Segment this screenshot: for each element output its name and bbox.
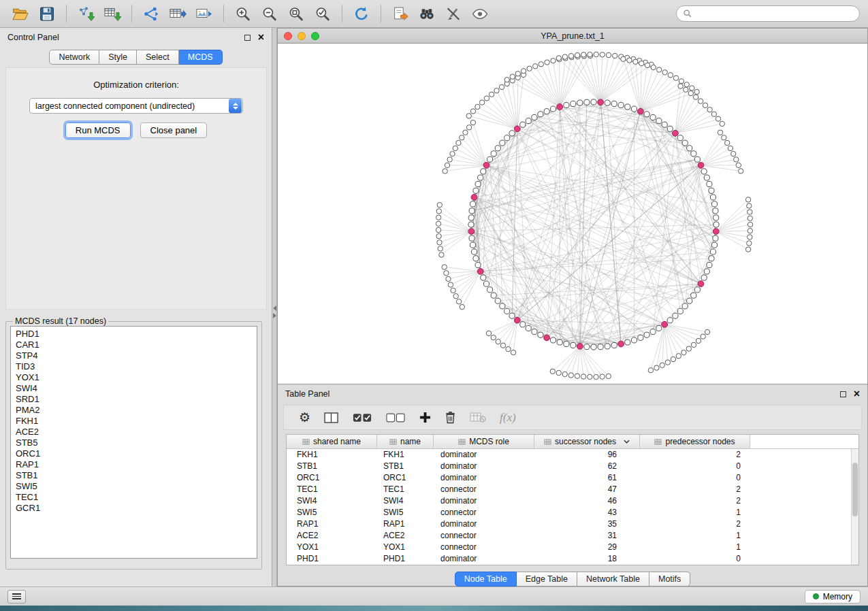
mcds-result-item[interactable]: CAR1 <box>11 340 257 350</box>
cell-predecessor-nodes[interactable]: 0 <box>640 553 750 565</box>
mcds-result-list[interactable]: PHD1CAR1STP4TID3YOX1SWI4SRD1PMA2FKH1ACE2… <box>10 326 257 559</box>
cell-name[interactable]: STB1 <box>377 461 434 472</box>
table-row[interactable]: SWI5SWI5connector431 <box>287 507 858 518</box>
table-row[interactable]: TEC1TEC1connector472 <box>287 484 858 495</box>
memory-button[interactable]: Memory <box>805 590 861 604</box>
tab-select[interactable]: Select <box>137 50 179 65</box>
table-row[interactable]: SWI4SWI4dominator462 <box>287 495 858 507</box>
cell-shared-name[interactable]: TEC1 <box>287 484 377 495</box>
sort-chevron-icon[interactable] <box>624 440 630 444</box>
cell-successor-nodes[interactable]: 29 <box>534 542 640 553</box>
add-column-button[interactable] <box>419 412 431 423</box>
cell-name[interactable]: TEC1 <box>377 484 434 495</box>
cell-predecessor-nodes[interactable]: 2 <box>640 449 750 461</box>
zoom-in-button[interactable] <box>231 3 255 24</box>
cell-name[interactable]: SWI5 <box>377 507 434 518</box>
cell-predecessor-nodes[interactable]: 2 <box>640 518 750 530</box>
share-document-button[interactable] <box>388 3 413 24</box>
table-row[interactable]: PHD1PHD1dominator180 <box>287 553 858 565</box>
find-button[interactable] <box>415 3 439 24</box>
optimization-criterion-select[interactable]: largest connected component (undirected) <box>29 98 243 114</box>
cell-predecessor-nodes[interactable]: 1 <box>640 507 750 518</box>
cell-mcds-role[interactable]: dominator <box>434 518 534 530</box>
refresh-view-button[interactable] <box>349 3 374 24</box>
table-row[interactable]: RAP1RAP1dominator352 <box>287 518 858 530</box>
cell-successor-nodes[interactable]: 62 <box>534 461 640 472</box>
column-header-shared-name[interactable]: shared name <box>287 435 377 448</box>
cell-shared-name[interactable]: PHD1 <box>287 553 377 565</box>
zoom-fit-button[interactable] <box>284 3 308 24</box>
mcds-result-item[interactable]: STB5 <box>11 437 257 448</box>
cell-shared-name[interactable]: FKH1 <box>287 449 377 461</box>
status-menu-button[interactable] <box>7 590 26 604</box>
close-table-panel-icon[interactable]: × <box>854 390 860 398</box>
delete-column-button[interactable] <box>445 411 456 424</box>
mcds-result-item[interactable]: STB1 <box>11 470 257 481</box>
cell-mcds-role[interactable]: dominator <box>434 553 534 565</box>
cell-shared-name[interactable]: STB1 <box>287 461 377 472</box>
cell-shared-name[interactable]: YOX1 <box>287 542 377 553</box>
mcds-result-item[interactable]: PMA2 <box>11 405 257 416</box>
cell-mcds-role[interactable]: connector <box>434 530 534 542</box>
mcds-result-item[interactable]: RAP1 <box>11 459 257 470</box>
deselect-all-button[interactable] <box>386 412 406 423</box>
column-header-predecessor-nodes[interactable]: predecessor nodes <box>640 435 750 448</box>
cell-successor-nodes[interactable]: 31 <box>534 530 640 542</box>
cell-shared-name[interactable]: RAP1 <box>287 518 377 530</box>
mcds-result-item[interactable]: SRD1 <box>11 394 257 405</box>
mcds-result-item[interactable]: YOX1 <box>11 372 257 383</box>
cell-successor-nodes[interactable]: 61 <box>534 472 640 484</box>
mcds-result-item[interactable]: PHD1 <box>11 329 257 340</box>
close-panel-icon[interactable]: × <box>258 33 264 42</box>
cell-mcds-role[interactable]: dominator <box>434 472 534 484</box>
float-panel-icon[interactable] <box>244 35 251 41</box>
cell-predecessor-nodes[interactable]: 0 <box>640 472 750 484</box>
cell-predecessor-nodes[interactable]: 1 <box>640 542 750 553</box>
table-row[interactable]: FKH1FKH1dominator962 <box>287 449 858 461</box>
save-session-button[interactable] <box>35 3 59 24</box>
export-image-button[interactable] <box>192 3 216 24</box>
mcds-result-item[interactable]: FKH1 <box>11 416 257 427</box>
cell-predecessor-nodes[interactable]: 1 <box>640 530 750 542</box>
window-maximize-button[interactable] <box>311 32 319 40</box>
select-all-button[interactable] <box>353 412 372 423</box>
cell-successor-nodes[interactable]: 35 <box>534 518 640 530</box>
tab-network[interactable]: Network <box>49 50 99 65</box>
mcds-result-item[interactable]: SWI5 <box>11 481 257 492</box>
import-network-button[interactable] <box>74 3 98 24</box>
scrollbar-thumb[interactable] <box>852 463 858 516</box>
cell-shared-name[interactable]: SWI4 <box>287 495 377 507</box>
zoom-out-button[interactable] <box>257 3 282 24</box>
cell-shared-name[interactable]: ORC1 <box>287 472 377 484</box>
cell-predecessor-nodes[interactable]: 2 <box>640 484 750 495</box>
tab-motifs[interactable]: Motifs <box>649 572 690 587</box>
cell-successor-nodes[interactable]: 96 <box>534 449 640 461</box>
splitter-collapse-arrows[interactable] <box>272 303 277 320</box>
mcds-result-item[interactable]: ORC1 <box>11 448 257 459</box>
export-network-button[interactable] <box>139 3 163 24</box>
export-table-button[interactable] <box>165 3 190 24</box>
table-row[interactable]: ACE2ACE2connector311 <box>287 530 858 542</box>
cell-mcds-role[interactable]: dominator <box>434 495 534 507</box>
table-scrollbar[interactable] <box>851 449 858 565</box>
cell-successor-nodes[interactable]: 18 <box>534 553 640 565</box>
mcds-result-item[interactable]: ACE2 <box>11 427 257 437</box>
float-table-panel-icon[interactable] <box>840 391 846 397</box>
search-input[interactable] <box>696 9 853 18</box>
tab-network-table[interactable]: Network Table <box>577 572 649 587</box>
show-hide-panel-button[interactable] <box>468 3 492 24</box>
cell-name[interactable]: ACE2 <box>377 530 434 542</box>
cell-name[interactable]: ORC1 <box>377 472 434 484</box>
cell-name[interactable]: SWI4 <box>377 495 434 507</box>
network-graph[interactable] <box>278 44 867 384</box>
cell-mcds-role[interactable]: dominator <box>434 449 534 461</box>
cell-shared-name[interactable]: SWI5 <box>287 507 377 518</box>
tab-mcds[interactable]: MCDS <box>179 50 223 65</box>
cell-mcds-role[interactable]: connector <box>434 507 534 518</box>
hide-graphics-details-button[interactable] <box>441 3 466 24</box>
column-header-successor-nodes[interactable]: successor nodes <box>534 435 640 448</box>
cell-successor-nodes[interactable]: 43 <box>534 507 640 518</box>
cell-name[interactable]: RAP1 <box>377 518 434 530</box>
cell-mcds-role[interactable]: connector <box>434 542 534 553</box>
cell-predecessor-nodes[interactable]: 2 <box>640 495 750 507</box>
